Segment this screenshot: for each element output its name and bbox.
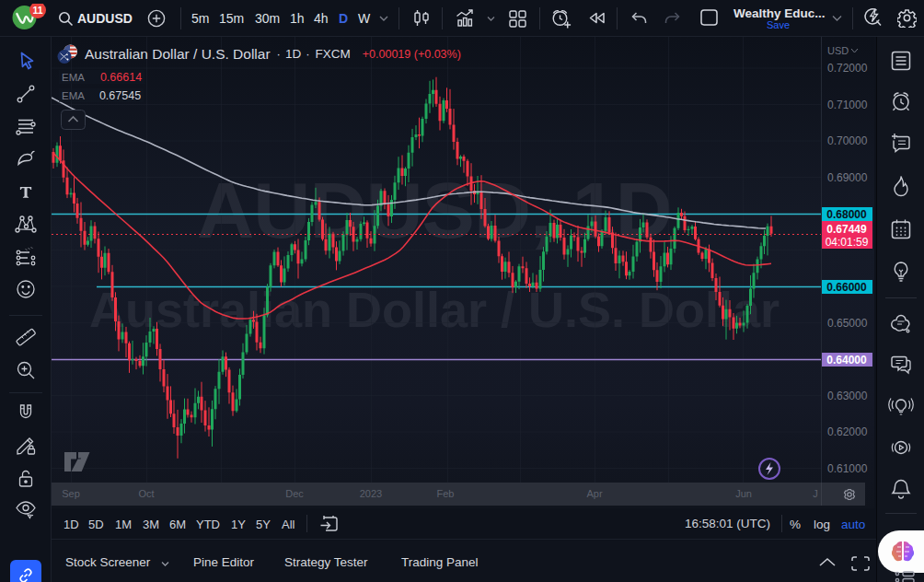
svg-text:Apr: Apr bbox=[586, 488, 602, 499]
svg-text:0.64000: 0.64000 bbox=[826, 354, 867, 367]
svg-text:AUDUSD, 1D: AUDUSD, 1D bbox=[197, 166, 672, 254]
svg-text:0.65000: 0.65000 bbox=[827, 317, 868, 330]
svg-text:0.69000: 0.69000 bbox=[827, 171, 868, 184]
svg-text:USD: USD bbox=[827, 45, 849, 56]
svg-text:0.63000: 0.63000 bbox=[827, 390, 868, 402]
svg-text:2023: 2023 bbox=[360, 488, 382, 499]
svg-text:J: J bbox=[813, 488, 818, 499]
svg-text:Feb: Feb bbox=[437, 488, 455, 499]
svg-text:Dec: Dec bbox=[285, 488, 304, 499]
svg-text:0.70000: 0.70000 bbox=[827, 134, 868, 147]
svg-text:0.61000: 0.61000 bbox=[827, 462, 868, 475]
svg-text:0.68000: 0.68000 bbox=[826, 208, 867, 221]
svg-text:Sep: Sep bbox=[62, 488, 80, 499]
svg-text:Jun: Jun bbox=[735, 488, 752, 499]
svg-text:0.62000: 0.62000 bbox=[827, 425, 868, 438]
svg-text:04:01:59: 04:01:59 bbox=[826, 236, 869, 249]
svg-text:11: 11 bbox=[32, 5, 42, 16]
svg-text:0.66000: 0.66000 bbox=[826, 281, 867, 294]
svg-text:0.67449: 0.67449 bbox=[826, 223, 867, 236]
svg-text:Australian Dollar / U.S. Dolla: Australian Dollar / U.S. Dollar bbox=[89, 282, 780, 337]
svg-text:0.71000: 0.71000 bbox=[827, 99, 868, 111]
svg-text:0.72000: 0.72000 bbox=[827, 62, 868, 75]
svg-text:Oct: Oct bbox=[138, 488, 154, 499]
